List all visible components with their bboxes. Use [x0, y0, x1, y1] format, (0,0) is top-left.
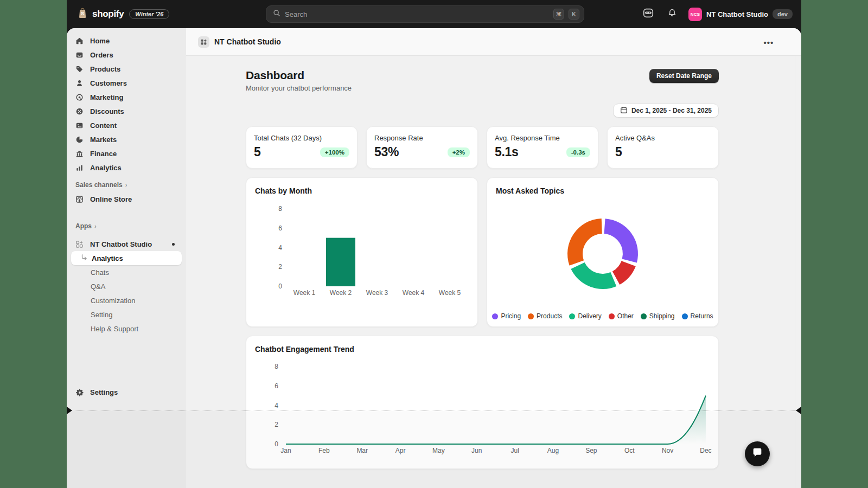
fold-marker-left [67, 407, 72, 414]
sidebar-item-nt-chatbot-studio[interactable]: NT Chatbot Studio [67, 237, 186, 251]
svg-text:Aug: Aug [547, 447, 559, 454]
release-badge: Winter '26 [129, 9, 169, 19]
sidebar-item-orders[interactable]: Orders [67, 48, 186, 62]
discount-icon [75, 107, 84, 115]
chevron-right-icon: › [125, 182, 127, 188]
legend-dot [641, 313, 647, 319]
legend-item-returns[interactable]: Returns [682, 312, 713, 320]
app-grid-icon [75, 240, 84, 248]
search-input[interactable] [285, 10, 549, 18]
svg-text:Jan: Jan [280, 447, 291, 454]
env-badge: dev [773, 9, 793, 19]
date-range-picker[interactable]: Dec 1, 2025 - Dec 31, 2025 [613, 104, 719, 118]
line-chart: 02468JanFebMarAprMayJunJulAugSepOctNovDe… [246, 336, 719, 470]
store-avatar: NCS [688, 8, 702, 21]
legend-item-delivery[interactable]: Delivery [569, 312, 601, 320]
tag-icon [75, 65, 84, 73]
svg-text:8: 8 [275, 363, 278, 370]
sidekick-button[interactable] [641, 7, 656, 22]
kpi-trend-badge: -0.3s [566, 147, 590, 157]
apps-header[interactable]: Apps › [67, 222, 186, 230]
target-icon [75, 93, 84, 101]
gear-icon [75, 388, 84, 396]
image-icon [75, 121, 84, 130]
main-area: NT Chatbot Studio ••• Dashboard Monitor … [186, 28, 801, 488]
notifications-button[interactable] [665, 7, 680, 22]
svg-text:Apr: Apr [395, 447, 406, 454]
nested-arrow-icon [80, 254, 88, 263]
legend-item-other[interactable]: Other [609, 312, 634, 320]
kpi-value: 5 [615, 145, 622, 159]
topbar: S shopify Winter '26 ⌘ K [67, 0, 801, 28]
svg-text:$: $ [80, 138, 82, 142]
sidebar-item-content[interactable]: Content [67, 118, 186, 132]
chat-bubble-icon [751, 447, 763, 461]
sales-channels-header[interactable]: Sales channels › [67, 181, 186, 189]
store-menu[interactable]: NCS NT Chatbot Studio dev [688, 8, 793, 21]
sidebar-item-discounts[interactable]: Discounts [67, 104, 186, 118]
bar-chart: 02468Week 1Week 2Week 3Week 4Week 5 [246, 178, 478, 328]
reset-date-range-button[interactable]: Reset Date Range [649, 69, 719, 83]
sidebar-item-products[interactable]: Products [67, 62, 186, 76]
shopify-logo[interactable]: S shopify [76, 7, 124, 22]
legend-dot [682, 313, 688, 319]
svg-text:Week 4: Week 4 [403, 289, 425, 297]
sidebar-subitem-analytics-active[interactable]: Analytics [71, 251, 182, 265]
store-name: NT Chatbot Studio [706, 10, 768, 18]
sidebar-item-customers[interactable]: Customers [67, 76, 186, 90]
svg-text:Week 5: Week 5 [439, 289, 461, 297]
legend-item-products[interactable]: Products [528, 312, 562, 320]
bar-chart-icon [75, 164, 84, 172]
svg-text:Sep: Sep [585, 447, 597, 454]
svg-text:Feb: Feb [318, 447, 330, 454]
search-bar[interactable]: ⌘ K [266, 5, 584, 23]
sidebar-subitem-setting[interactable]: Setting [67, 307, 186, 322]
sidebar-subitem-customization[interactable]: Customization [67, 293, 186, 307]
kpi-card-response-rate: Response Rate 53% +2% [366, 126, 478, 169]
svg-text:6: 6 [275, 382, 278, 390]
orders-icon [75, 51, 84, 59]
date-range-text: Dec 1, 2025 - Dec 31, 2025 [631, 107, 712, 114]
chart-title: Chatbot Engagement Trend [255, 345, 354, 354]
svg-text:Oct: Oct [624, 447, 635, 454]
sidebar-item-analytics[interactable]: Analytics [67, 160, 186, 175]
bank-icon [75, 150, 84, 158]
legend-item-shipping[interactable]: Shipping [641, 312, 675, 320]
more-actions-button[interactable]: ••• [762, 36, 775, 49]
sidebar-subitem-qa[interactable]: Q&A [67, 279, 186, 293]
svg-text:Mar: Mar [356, 447, 368, 454]
engagement-trend-card: Chatbot Engagement Trend 02468JanFebMarA… [246, 336, 719, 469]
calendar-icon [620, 106, 628, 115]
sidebar-item-marketing[interactable]: Marketing [67, 90, 186, 104]
chat-launcher-button[interactable] [745, 441, 770, 466]
svg-text:Jun: Jun [471, 447, 482, 454]
svg-text:0: 0 [275, 440, 278, 448]
sidebar-item-online-store[interactable]: Online Store [67, 192, 186, 206]
svg-text:S: S [81, 11, 84, 16]
most-asked-topics-card: Most Asked Topics PricingProductsDeliver… [487, 177, 719, 327]
svg-text:2: 2 [278, 263, 282, 271]
page-subtitle: Monitor your chatbot performance [246, 84, 352, 92]
charts-row: Chats by Month 02468Week 1Week 2Week 3We… [246, 177, 719, 327]
sidebar-subitem-help-support[interactable]: Help & Support [67, 322, 186, 336]
sidebar-item-finance[interactable]: Finance [67, 146, 186, 160]
svg-text:6: 6 [278, 224, 282, 232]
page-content: Dashboard Monitor your chatbot performan… [186, 56, 801, 488]
kpi-card-total-chats: Total Chats (32 Days) 5 +100% [246, 126, 358, 169]
chats-by-month-card: Chats by Month 02468Week 1Week 2Week 3We… [246, 177, 478, 327]
person-icon [75, 79, 84, 87]
fold-marker-right [796, 407, 801, 414]
sidebar-item-home[interactable]: Home [67, 34, 186, 48]
app-window: S shopify Winter '26 ⌘ K [67, 0, 801, 488]
legend-dot [492, 313, 498, 319]
app-icon [198, 36, 209, 48]
svg-text:0: 0 [278, 282, 282, 290]
bell-icon [667, 8, 678, 21]
legend-item-pricing[interactable]: Pricing [492, 312, 521, 320]
sidebar-subitem-chats[interactable]: Chats [67, 265, 186, 279]
search-icon [273, 9, 280, 19]
kpi-trend-badge: +100% [320, 147, 349, 157]
sidebar-item-markets[interactable]: $ Markets [67, 132, 186, 146]
svg-text:Nov: Nov [662, 447, 673, 454]
sidebar-item-settings[interactable]: Settings [67, 385, 186, 399]
